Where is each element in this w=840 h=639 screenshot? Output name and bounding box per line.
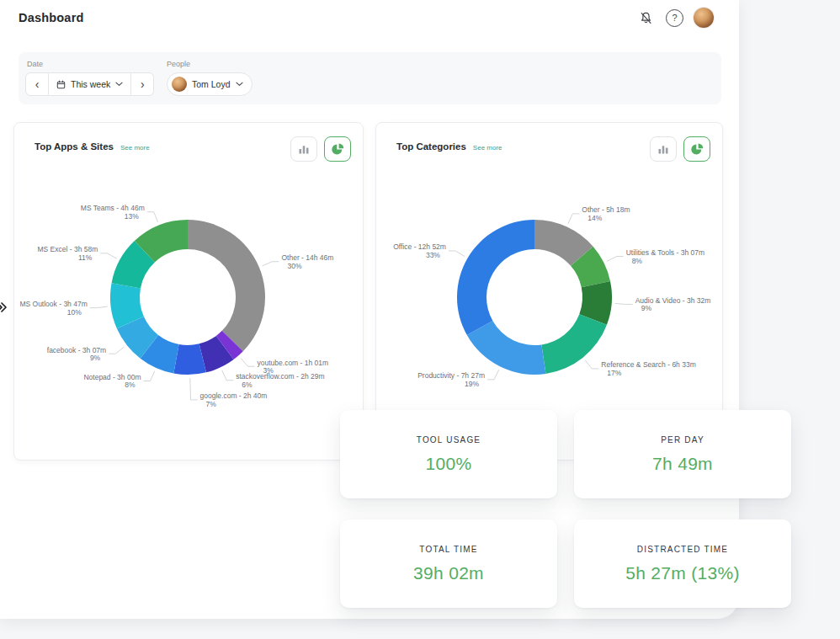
stat-label: PER DAY [661, 435, 704, 445]
donut-slice-label: google.com - 2h 40m7% [200, 391, 268, 408]
stat-card-distracted-time: DISTRACTED TIME 5h 27m (13%) [574, 519, 791, 608]
help-button[interactable]: ? [666, 9, 683, 27]
donut-slice-label: Other - 14h 46m30% [281, 253, 333, 270]
label-leader-line [143, 371, 154, 381]
chart-type-toggle [290, 136, 351, 162]
see-more-link[interactable]: See more [120, 144, 150, 152]
pie-chart-icon [690, 142, 704, 156]
chart-type-toggle [650, 136, 710, 162]
header-actions: ? [635, 8, 714, 28]
label-leader-line [585, 360, 598, 369]
donut-slice-label: Productivity - 7h 27m19% [417, 371, 485, 388]
bar-chart-toggle-button[interactable] [290, 136, 317, 162]
dashboard-page: Dashboard ? Date People ‹ [0, 0, 840, 639]
person-avatar [172, 77, 187, 92]
donut-slice-label: Office - 12h 52m33% [393, 242, 446, 259]
pie-chart-toggle-button[interactable] [324, 136, 351, 162]
chevron-left-icon: ‹ [35, 78, 40, 90]
label-leader-line [100, 253, 116, 258]
notifications-off-button[interactable] [635, 8, 656, 28]
label-leader-line [109, 347, 124, 354]
stat-value: 5h 27m (13%) [625, 563, 740, 583]
label-leader-line [241, 358, 255, 366]
stat-value: 7h 49m [652, 454, 713, 474]
donut-slice-label: Notepad - 3h 00m8% [83, 373, 141, 390]
pie-chart-icon [331, 142, 344, 156]
donut-slice-reference-search[interactable] [541, 314, 607, 374]
bar-chart-icon [657, 143, 669, 155]
apps-donut-chart: Other - 14h 46m30%youtube.com - 1h 01m3%… [14, 162, 363, 439]
page-title: Dashboard [19, 11, 84, 24]
people-filter-label: People [167, 60, 190, 68]
donut-slice-productivity[interactable] [467, 321, 546, 375]
donut-slice-label: MS Outlook - 3h 47m10% [19, 300, 87, 317]
date-range-value: This week [71, 79, 110, 89]
chevron-down-icon [115, 82, 123, 87]
card-title: Top Categories [396, 141, 466, 152]
stat-label: TOTAL TIME [419, 545, 477, 554]
label-leader-line [190, 378, 198, 400]
help-icon: ? [672, 13, 677, 23]
donut-slice-label: stackoverflow.com - 2h 29m6% [236, 372, 324, 389]
card-header: Top Categories See more [396, 141, 502, 152]
date-range-control: ‹ This week › [25, 72, 154, 96]
label-leader-line [568, 214, 579, 224]
donut-slice-label: facebook - 3h 07m9% [47, 346, 106, 363]
chevron-right-icon: › [141, 78, 145, 90]
chevron-down-icon [236, 82, 243, 87]
calendar-icon [56, 80, 66, 89]
notifications-off-icon [639, 11, 653, 25]
see-more-link[interactable]: See more [473, 144, 502, 152]
date-filter-label: Date [27, 60, 43, 68]
donut-slice-label: Utilities & Tools - 3h 07m8% [626, 248, 704, 265]
stat-card-total-time: TOTAL TIME 39h 02m [340, 519, 557, 608]
top-apps-card: Top Apps & Sites See more [13, 122, 364, 461]
donut-slice-label: MS Excel - 3h 58m11% [37, 245, 98, 262]
donut-slice-label: MS Teams - 4h 46m13% [81, 204, 145, 220]
date-next-button[interactable]: › [130, 72, 154, 96]
donut-slice-label: Reference & Search - 6h 33m17% [601, 360, 695, 377]
label-leader-line [222, 370, 234, 381]
user-avatar[interactable] [694, 8, 714, 28]
stat-value: 100% [426, 454, 472, 474]
pie-chart-toggle-button[interactable] [683, 136, 710, 162]
bar-chart-toggle-button[interactable] [650, 136, 677, 162]
stat-card-tool-usage: TOOL USAGE 100% [340, 410, 557, 498]
label-leader-line [449, 251, 465, 257]
stat-label: TOOL USAGE [417, 435, 481, 445]
date-range-dropdown[interactable]: This week [48, 72, 131, 96]
label-leader-line [487, 370, 499, 380]
stat-card-per-day: PER DAY 7h 49m [574, 410, 791, 498]
label-leader-line [262, 262, 279, 266]
filter-bar: Date People ‹ This week [19, 52, 721, 104]
label-leader-line [607, 257, 624, 262]
label-leader-line [90, 306, 108, 308]
card-header: Top Apps & Sites See more [35, 141, 150, 152]
donut-slice-label: Audio & Video - 3h 32m9% [635, 296, 711, 313]
people-selector[interactable]: Tom Loyd [167, 72, 253, 96]
stat-label: DISTRACTED TIME [637, 545, 728, 554]
donut-slice-office[interactable] [457, 220, 534, 335]
date-prev-button[interactable]: ‹ [25, 72, 49, 96]
sidebar-expand-handle[interactable] [0, 300, 8, 318]
double-chevron-right-icon [0, 300, 8, 315]
categories-donut-chart: Other - 5h 18m14%Utilities & Tools - 3h … [376, 162, 722, 439]
people-value: Tom Loyd [192, 79, 231, 89]
donut-slice-other[interactable] [188, 220, 265, 351]
label-leader-line [615, 303, 633, 304]
bar-chart-icon [298, 143, 310, 155]
card-title: Top Apps & Sites [35, 141, 114, 152]
donut-slice-label: Other - 5h 18m14% [582, 205, 630, 222]
label-leader-line [147, 212, 158, 222]
stat-value: 39h 02m [413, 563, 484, 583]
